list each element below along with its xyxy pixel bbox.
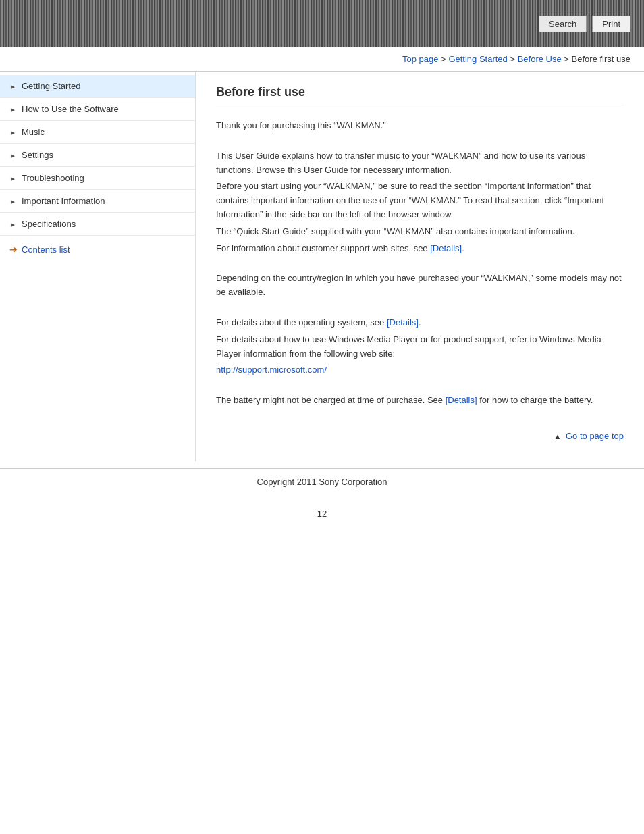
breadcrumb-current: Before first use [572,54,630,64]
chevron-right-icon: ► [9,221,16,228]
description-p1: This User Guide explains how to transfer… [216,149,624,178]
header: Search Print [0,0,644,47]
page-title: Before first use [216,85,624,105]
sidebar-item-important-information[interactable]: ► Important Information [0,190,195,213]
breadcrumb: Top page > Getting Started > Before Use … [0,47,644,71]
triangle-up-icon: ▲ [554,432,561,440]
os-info-p2: For details about how to use Windows Med… [216,333,624,361]
footer: Copyright 2011 Sony Corporation [0,468,644,495]
microsoft-support-link[interactable]: http://support.microsoft.com/ [216,365,327,375]
battery-paragraph: The battery might not be charged at time… [216,394,624,408]
os-info-p1: For details about the operating system, … [216,316,624,330]
go-to-page-top[interactable]: ▲ Go to page top [216,424,624,448]
sidebar-item-label: Important Information [22,196,105,206]
description-p2: Before you start using your “WALKMAN,” b… [216,180,624,221]
sidebar-item-label: Getting Started [22,81,80,91]
intro-paragraph: Thank you for purchasing this “WALKMAN.” [216,119,624,133]
chevron-right-icon: ► [9,106,16,113]
go-to-top-label: Go to page top [566,431,624,441]
details-link-2[interactable]: [Details] [387,317,419,328]
sidebar-item-settings[interactable]: ► Settings [0,144,195,167]
contents-list-label: Contents list [22,244,70,255]
arrow-right-icon: ➔ [9,244,18,255]
sidebar-item-label: Music [22,127,45,137]
sidebar-item-specifications[interactable]: ► Specifications [0,213,195,236]
chevron-right-icon: ► [9,152,16,159]
page-number: 12 [0,495,644,532]
go-to-top-link[interactable]: ▲ Go to page top [554,431,624,441]
search-button[interactable]: Search [539,16,587,32]
description-p3: The “Quick Start Guide” supplied with yo… [216,225,624,239]
chevron-right-icon: ► [9,198,16,205]
main-content: Before first use Thank you for purchasin… [196,72,644,461]
copyright-text: Copyright 2011 Sony Corporation [257,477,387,487]
details-link-3[interactable]: [Details] [446,395,477,405]
print-button[interactable]: Print [592,16,630,32]
sidebar-item-troubleshooting[interactable]: ► Troubleshooting [0,167,195,190]
content-section-intro: Thank you for purchasing this “WALKMAN.” [216,119,624,133]
content-section-battery: The battery might not be charged at time… [216,394,624,408]
sidebar: ► Getting Started ► How to Use the Softw… [0,72,196,461]
content-section-description: This User Guide explains how to transfer… [216,149,624,256]
chevron-right-icon: ► [9,83,16,90]
sidebar-item-getting-started[interactable]: ► Getting Started [0,75,195,98]
sidebar-item-music[interactable]: ► Music [0,121,195,144]
sidebar-item-label: How to Use the Software [22,104,119,114]
breadcrumb-before-use[interactable]: Before Use [518,54,562,64]
description-p4: For information about customer support w… [216,242,624,256]
sidebar-item-label: Specifications [22,219,76,229]
breadcrumb-getting-started[interactable]: Getting Started [448,54,507,64]
sidebar-item-label: Troubleshooting [22,173,84,183]
sidebar-item-how-to-use[interactable]: ► How to Use the Software [0,98,195,121]
os-info-p3: http://support.microsoft.com/ [216,363,624,377]
main-layout: ► Getting Started ► How to Use the Softw… [0,71,644,461]
content-section-os-info: For details about the operating system, … [216,316,624,377]
chevron-right-icon: ► [9,129,16,136]
page-title-section: Before first use [216,85,624,105]
details-link-1[interactable]: [Details] [430,243,462,253]
sidebar-item-label: Settings [22,150,53,160]
availability-paragraph: Depending on the country/region in which… [216,271,624,300]
content-section-availability: Depending on the country/region in which… [216,271,624,300]
breadcrumb-top-page[interactable]: Top page [402,54,439,64]
chevron-right-icon: ► [9,175,16,182]
contents-list-link[interactable]: ➔ Contents list [0,236,195,263]
